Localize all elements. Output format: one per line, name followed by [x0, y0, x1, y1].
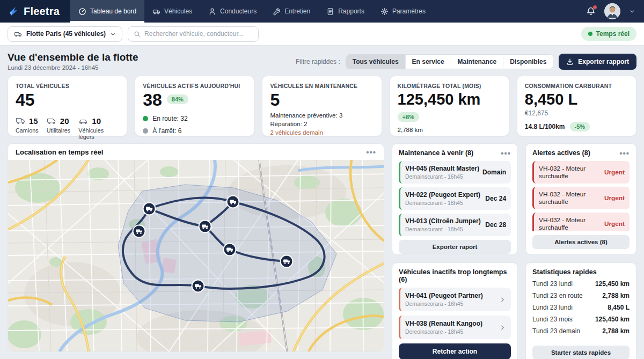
- fuel-rate: 14.8 L/100km: [525, 123, 565, 130]
- truck-icon: [14, 30, 22, 38]
- tab-label: Entretien: [284, 8, 310, 15]
- tab-label: Rapports: [338, 8, 364, 15]
- person-icon: [208, 8, 216, 16]
- chevron-right-icon: [499, 324, 506, 331]
- action-button[interactable]: Retcher action: [399, 343, 511, 359]
- alerts-panel-title: Alertes actives (8): [532, 149, 590, 157]
- breakdown-label: Véhicules légers: [78, 127, 119, 140]
- breakdown-utilitaires: 20 Utilitaires: [47, 116, 70, 140]
- filter-disponibles[interactable]: Disponibles: [503, 55, 553, 69]
- notification-bell-icon[interactable]: [586, 6, 596, 16]
- brand[interactable]: Fleetra: [0, 0, 70, 23]
- tab-entretien[interactable]: Entretien: [265, 0, 318, 23]
- breakdown-count: 10: [92, 116, 101, 126]
- avatar[interactable]: [604, 3, 620, 19]
- maintenance-item[interactable]: VH-022 (Peugeot Expert) Dernainscurant -…: [399, 187, 511, 210]
- page-date: Lundi 23 décembre 2024 - 16h45: [8, 64, 138, 71]
- maintenance-panel-title: Maintenance à venir (8): [399, 149, 473, 157]
- quick-stats-panel: Statistiques rapides Tundi 23 lundi 125,…: [525, 262, 636, 359]
- alert-item[interactable]: VH-032 - Moteur surchauffe Urgent: [532, 213, 630, 231]
- car-icon: [78, 117, 89, 125]
- urgent-tag: Urgent: [604, 194, 625, 202]
- green-dot-icon: [143, 116, 148, 121]
- tab-vehicules[interactable]: Véhicules: [144, 0, 200, 23]
- notification-dot: [592, 5, 597, 10]
- en-route-row: En route: 32: [143, 115, 246, 122]
- box-truck-icon: [16, 117, 26, 125]
- vehicle-marker[interactable]: [224, 244, 236, 256]
- export-report-button[interactable]: Exporter rapport: [559, 54, 636, 70]
- alert-item[interactable]: VH-032 - Moteur surchauffe Urgent: [532, 161, 630, 184]
- due-date: Domain: [479, 168, 506, 176]
- kpi-kilometrage: KILOMÉTRAGE TOTAL (MOIS) 125,450 km +8% …: [390, 76, 509, 136]
- inactive-vehicle-item[interactable]: VH-038 (Renault Kangoo) Dereoinscorare -…: [399, 316, 511, 339]
- export-report-button[interactable]: Exporter raport: [399, 240, 511, 254]
- vehicle-marker[interactable]: [227, 196, 239, 208]
- chevron-down-icon[interactable]: [629, 8, 635, 14]
- dashboard-icon: [78, 8, 86, 16]
- kpi-label: VÉHICULES EN MAINTENANCE: [270, 83, 374, 89]
- more-menu-icon[interactable]: •••: [501, 151, 511, 156]
- page-title: Vue d'ensemble de la flotte: [8, 52, 138, 63]
- filter-en-service[interactable]: En service: [406, 55, 451, 69]
- breakdown-label: Utilitaires: [47, 127, 70, 134]
- maintenance-item[interactable]: VH-045 (Renault Master) Dernainscurant -…: [399, 161, 511, 184]
- due-date: Dec 28: [482, 221, 506, 229]
- stat-row: Tundi 23 en route 2,788 km: [532, 290, 630, 302]
- stats-panel-title: Statistiques rapides: [532, 268, 597, 276]
- chevron-right-icon: [499, 296, 506, 303]
- map-title: Localisation en temps réel: [16, 148, 103, 156]
- tab-label: Tableau de bord: [90, 8, 136, 15]
- tab-conducteurs[interactable]: Conducteurs: [200, 0, 265, 23]
- live-dot-icon: [588, 32, 592, 36]
- export-report-label: Exporter rapport: [578, 58, 629, 65]
- gear-icon: [380, 8, 389, 16]
- inactive-vehicle-item[interactable]: VH-041 (Peugeot Partner) Dernainscorara …: [399, 288, 511, 311]
- tab-tableau-de-bord[interactable]: Tableau de bord: [70, 0, 144, 23]
- more-menu-icon[interactable]: •••: [366, 150, 376, 155]
- more-menu-icon[interactable]: •••: [619, 151, 630, 156]
- filter-tous-vehicules[interactable]: Tous véhicules: [346, 55, 406, 69]
- fleetra-logo-icon: [8, 5, 19, 17]
- km-sub: 2,788 km: [398, 127, 501, 133]
- alert-item[interactable]: VH-032 - Moteur surchauffe Urgent: [532, 187, 630, 209]
- kpi-value: 125,450 km: [398, 91, 501, 108]
- kpi-vehicules-maintenance: VÉHICULES EN MAINTENANCE 5 Maintenance p…: [262, 76, 382, 136]
- breakdown-vehicules-legers: 10 Véhicules légers: [78, 116, 119, 140]
- top-nav: Fleetra Tableau de bord Véhicules: [0, 0, 644, 23]
- tab-parametres[interactable]: Paramètres: [372, 0, 434, 23]
- kpi-label: KILOMÉTRAGE TOTAL (MOIS): [398, 83, 501, 89]
- maintenance-item[interactable]: VH-013 (Citroën Jumper) Dernainscurant -…: [399, 214, 511, 236]
- map-canvas[interactable]: [8, 160, 384, 351]
- vehicle-marker[interactable]: [133, 225, 145, 238]
- quick-filters: Tous véhicules En service Maintenance Di…: [346, 54, 554, 69]
- download-icon: [566, 58, 574, 65]
- kpi-carburant: CONSOMMATION CARBURANT 8,450 L €12,675 1…: [517, 76, 636, 136]
- search-box[interactable]: [128, 26, 259, 42]
- report-icon: [326, 8, 334, 16]
- stat-row: Tundi 23 lundi 125,450 km: [532, 278, 630, 290]
- inactive-vehicles-panel: Véhicules inactifs trop longtemps (6) VH…: [392, 262, 518, 359]
- vehicle-marker[interactable]: [143, 203, 156, 215]
- vehicules-demain: 2 véhicules demain: [270, 129, 374, 136]
- search-input[interactable]: [144, 30, 253, 38]
- tab-rapports[interactable]: Rapports: [318, 0, 372, 23]
- stat-row: Tundi 23 demain 2,788 km: [532, 325, 630, 337]
- vehicle-marker[interactable]: [192, 280, 204, 292]
- live-status-badge: Temps réel: [581, 27, 636, 41]
- kpi-vehicules-actifs: VÉHICULES ACTIFS AUJOURD'HUI 38 84% En r…: [135, 76, 254, 136]
- alerts-list: VH-032 - Moteur surchauffe Urgent VH-032…: [532, 161, 630, 231]
- alerts-button[interactable]: Alertes actives (8): [532, 235, 630, 249]
- breakdown-label: Camions: [16, 127, 38, 134]
- filter-maintenance[interactable]: Maintenance: [451, 55, 504, 69]
- stats-button[interactable]: Starter stats rapides: [532, 346, 630, 359]
- vehicle-marker[interactable]: [281, 255, 293, 268]
- kpi-value: 5: [270, 91, 374, 110]
- fuel-cost: €12,675: [525, 109, 628, 117]
- stat-row: Lundi 23 lundi 8,450 L: [532, 302, 630, 313]
- alerts-panel: Alertes actives (8) ••• VH-032 - Moteur …: [525, 143, 636, 255]
- vehicle-marker[interactable]: [199, 221, 211, 233]
- kpi-value: 8,450 L: [525, 91, 628, 108]
- fleet-selector[interactable]: Flotte Paris (45 véhicules): [8, 26, 122, 42]
- kpi-row: TOTAL VÉHICULES 45 15 Camions: [8, 76, 636, 136]
